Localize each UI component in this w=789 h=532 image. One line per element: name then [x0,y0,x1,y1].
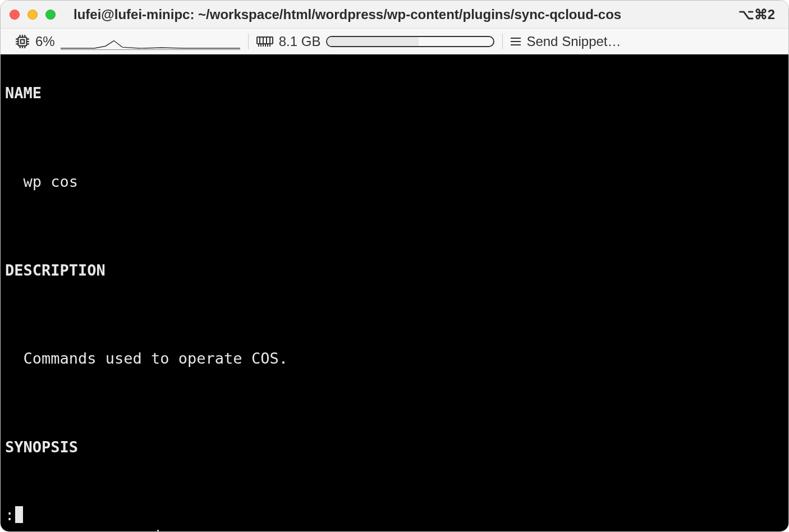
keyboard-shortcut-label: ⌥⌘2 [738,7,779,22]
window-title: lufei@lufei-minipc: ~/workspace/html/wor… [69,7,738,22]
cpu-icon [15,34,30,49]
ram-segment: 8.1 GB [249,29,503,54]
blank-line [5,480,784,502]
cpu-sparkline [61,33,240,50]
minimize-icon[interactable] [27,10,38,20]
window-controls [10,10,56,20]
zoom-icon[interactable] [45,10,56,20]
description-value: Commands used to operate COS. [5,347,784,369]
cpu-percent: 6% [35,34,55,49]
cursor-icon [15,506,23,523]
section-heading-synopsis: SYNOPSIS [5,436,784,458]
section-heading-description: DESCRIPTION [5,259,784,281]
pager-prompt[interactable]: : [5,504,23,526]
status-bar: 6% 8.1 GB [1,29,788,54]
hamburger-icon [511,38,521,45]
blank-line [5,215,784,237]
svg-rect-1 [21,39,25,43]
ram-bar [326,36,494,47]
ram-icon [256,35,273,48]
pager-prompt-char: : [5,504,14,526]
name-value: wp cos [5,171,784,192]
blank-line [5,126,784,148]
svg-rect-0 [18,37,26,45]
send-snippet-label: Send Snippet… [526,34,621,49]
section-heading-name: NAME [5,82,784,104]
close-icon[interactable] [10,10,20,20]
blank-line [5,392,784,414]
synopsis-value: wp cos <command> [5,525,784,531]
terminal-window: lufei@lufei-minipc: ~/workspace/html/wor… [0,0,789,532]
cpu-segment: 6% [7,29,248,54]
titlebar: lufei@lufei-minipc: ~/workspace/html/wor… [1,1,788,29]
ram-bar-fill [327,37,419,46]
ram-used: 8.1 GB [279,34,321,49]
blank-line [5,303,784,325]
terminal-body[interactable]: NAME wp cos DESCRIPTION Commands used to… [1,54,788,531]
send-snippet-button[interactable]: Send Snippet… [503,29,629,54]
